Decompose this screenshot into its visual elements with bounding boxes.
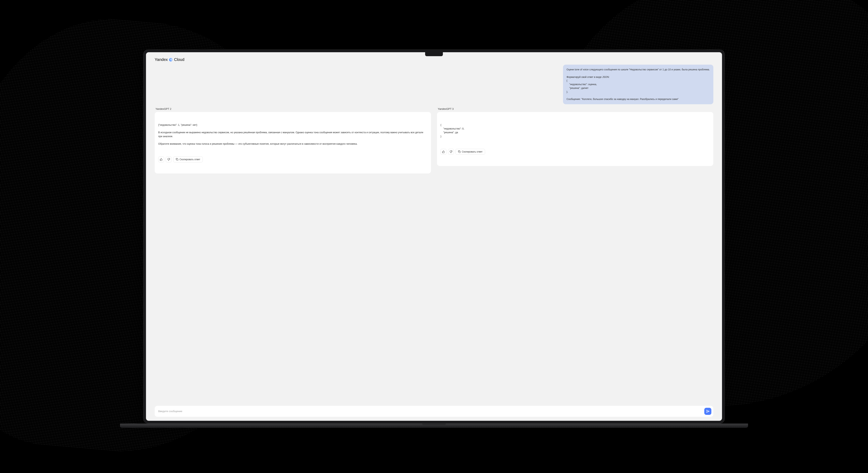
response-actions: Скопировать ответ [440,149,710,155]
thumbs-down-icon [450,150,452,153]
response-title: YandexGPT 3 [437,106,713,112]
brand-prefix: Yandex [155,57,168,62]
copy-response-button[interactable]: Скопировать ответ [456,149,485,155]
copy-label: Скопировать ответ [462,150,483,153]
screen-frame: Yandex Cloud Оцени tone of voice следующ… [143,49,725,424]
brand-logo-icon [169,58,173,62]
user-prompt-row: Оцени tone of voice следующего сообщения… [155,65,713,104]
brand-logo: Yandex Cloud [155,57,713,62]
app-screen: Yandex Cloud Оцени tone of voice следующ… [146,52,722,421]
copy-icon [176,158,178,161]
thumbs-up-icon [160,158,162,161]
svg-rect-1 [459,151,460,153]
svg-rect-0 [177,159,178,161]
message-input-bar [155,406,713,417]
chat-content: Оцени tone of voice следующего сообщения… [146,65,722,402]
thumbs-down-button[interactable] [448,149,454,155]
laptop-base [120,424,748,428]
responses-grid: YandexGPT 2 {"недовольство": 1, "решена"… [155,106,713,174]
response-column-right: YandexGPT 3 { "недовольство": 0, "решена… [437,106,713,174]
laptop-mockup: Yandex Cloud Оцени tone of voice следующ… [143,49,725,424]
response-card: {"недовольство": 1, "решена": нет} В исх… [155,112,431,174]
send-button[interactable] [704,408,711,415]
response-body: { "недовольство": 0, "решена": да } [440,123,710,139]
user-prompt-bubble: Оцени tone of voice следующего сообщения… [563,65,713,104]
thumbs-up-button[interactable] [440,149,446,155]
thumbs-down-icon [167,158,170,161]
thumbs-up-icon [442,150,445,153]
response-body: {"недовольство": 1, "решена": нет} В исх… [158,123,428,146]
thumbs-down-button[interactable] [166,157,172,162]
message-input[interactable] [158,410,702,413]
response-actions: Скопировать ответ [158,157,428,162]
copy-icon [458,150,461,153]
response-column-left: YandexGPT 2 {"недовольство": 1, "решена"… [155,106,431,174]
laptop-notch [425,52,443,56]
send-icon [706,409,710,413]
copy-response-button[interactable]: Скопировать ответ [173,157,203,162]
thumbs-up-button[interactable] [158,157,164,162]
response-title: YandexGPT 2 [155,106,431,112]
response-card: { "недовольство": 0, "решена": да } [437,112,713,166]
brand-suffix: Cloud [174,57,184,62]
copy-label: Скопировать ответ [180,158,200,161]
